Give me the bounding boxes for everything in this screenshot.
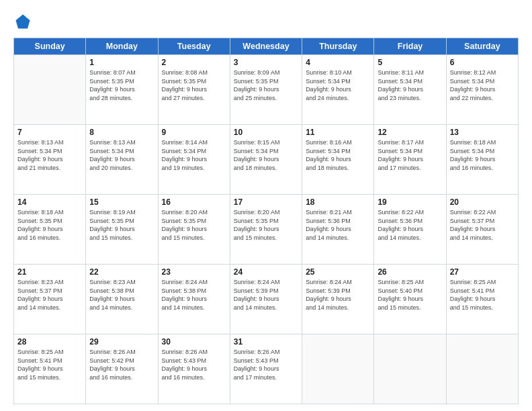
day-number: 6 — [450, 58, 515, 67]
day-info: Sunrise: 8:11 AM Sunset: 5:34 PM Dayligh… — [378, 68, 442, 102]
calendar-cell: 6Sunrise: 8:12 AM Sunset: 5:34 PM Daylig… — [446, 55, 518, 125]
day-info: Sunrise: 8:13 AM Sunset: 5:34 PM Dayligh… — [89, 138, 154, 172]
day-number: 23 — [162, 267, 226, 277]
calendar-cell: 9Sunrise: 8:14 AM Sunset: 5:34 PM Daylig… — [158, 125, 230, 195]
calendar-cell: 11Sunrise: 8:16 AM Sunset: 5:34 PM Dayli… — [302, 125, 374, 195]
calendar-cell: 10Sunrise: 8:15 AM Sunset: 5:34 PM Dayli… — [230, 125, 302, 195]
day-info: Sunrise: 8:15 AM Sunset: 5:34 PM Dayligh… — [234, 138, 298, 172]
calendar-cell: 13Sunrise: 8:18 AM Sunset: 5:34 PM Dayli… — [446, 125, 518, 195]
calendar-cell: 15Sunrise: 8:19 AM Sunset: 5:35 PM Dayli… — [86, 195, 158, 265]
day-info: Sunrise: 8:09 AM Sunset: 5:35 PM Dayligh… — [234, 68, 298, 102]
calendar: SundayMondayTuesdayWednesdayThursdayFrid… — [13, 38, 519, 404]
day-number: 7 — [17, 128, 82, 137]
day-number: 24 — [234, 267, 298, 277]
day-info: Sunrise: 8:26 AM Sunset: 5:42 PM Dayligh… — [89, 348, 154, 381]
day-info: Sunrise: 8:14 AM Sunset: 5:34 PM Dayligh… — [162, 138, 226, 172]
day-info: Sunrise: 8:17 AM Sunset: 5:34 PM Dayligh… — [378, 138, 442, 172]
weekday-header-thursday: Thursday — [302, 38, 374, 55]
calendar-cell: 12Sunrise: 8:17 AM Sunset: 5:34 PM Dayli… — [374, 125, 446, 195]
day-info: Sunrise: 8:07 AM Sunset: 5:35 PM Dayligh… — [89, 68, 154, 102]
calendar-cell: 29Sunrise: 8:26 AM Sunset: 5:42 PM Dayli… — [86, 334, 158, 404]
day-number: 16 — [162, 197, 226, 207]
day-number: 13 — [450, 128, 515, 137]
day-info: Sunrise: 8:16 AM Sunset: 5:34 PM Dayligh… — [306, 138, 370, 172]
calendar-cell: 20Sunrise: 8:22 AM Sunset: 5:37 PM Dayli… — [446, 195, 518, 265]
day-info: Sunrise: 8:21 AM Sunset: 5:36 PM Dayligh… — [306, 208, 370, 242]
day-number: 28 — [17, 337, 82, 347]
calendar-cell — [446, 334, 518, 404]
day-number: 5 — [378, 58, 442, 67]
day-info: Sunrise: 8:22 AM Sunset: 5:36 PM Dayligh… — [378, 208, 442, 242]
calendar-cell: 28Sunrise: 8:25 AM Sunset: 5:41 PM Dayli… — [14, 334, 86, 404]
calendar-cell: 23Sunrise: 8:24 AM Sunset: 5:38 PM Dayli… — [158, 265, 230, 334]
day-number: 30 — [162, 337, 226, 347]
calendar-week-1: 7Sunrise: 8:13 AM Sunset: 5:34 PM Daylig… — [14, 125, 519, 195]
day-info: Sunrise: 8:08 AM Sunset: 5:35 PM Dayligh… — [162, 68, 226, 102]
day-number: 10 — [234, 128, 298, 137]
calendar-cell: 30Sunrise: 8:26 AM Sunset: 5:43 PM Dayli… — [158, 334, 230, 404]
weekday-header-wednesday: Wednesday — [230, 38, 302, 55]
day-info: Sunrise: 8:18 AM Sunset: 5:35 PM Dayligh… — [17, 208, 82, 242]
calendar-cell: 25Sunrise: 8:24 AM Sunset: 5:39 PM Dayli… — [302, 265, 374, 334]
calendar-cell: 19Sunrise: 8:22 AM Sunset: 5:36 PM Dayli… — [374, 195, 446, 265]
day-info: Sunrise: 8:20 AM Sunset: 5:35 PM Dayligh… — [234, 208, 298, 242]
calendar-cell: 22Sunrise: 8:23 AM Sunset: 5:38 PM Dayli… — [86, 265, 158, 334]
svg-marker-0 — [16, 15, 30, 29]
weekday-header-sunday: Sunday — [14, 38, 86, 55]
calendar-cell: 8Sunrise: 8:13 AM Sunset: 5:34 PM Daylig… — [86, 125, 158, 195]
day-number: 21 — [17, 267, 82, 277]
weekday-header-saturday: Saturday — [446, 38, 518, 55]
calendar-cell: 3Sunrise: 8:09 AM Sunset: 5:35 PM Daylig… — [230, 55, 302, 125]
day-info: Sunrise: 8:24 AM Sunset: 5:38 PM Dayligh… — [162, 278, 226, 312]
calendar-cell: 18Sunrise: 8:21 AM Sunset: 5:36 PM Dayli… — [302, 195, 374, 265]
day-number: 2 — [162, 58, 226, 67]
day-number: 22 — [89, 267, 154, 277]
day-number: 1 — [89, 58, 154, 67]
calendar-cell: 1Sunrise: 8:07 AM Sunset: 5:35 PM Daylig… — [86, 55, 158, 125]
calendar-cell: 31Sunrise: 8:26 AM Sunset: 5:43 PM Dayli… — [230, 334, 302, 404]
calendar-cell: 21Sunrise: 8:23 AM Sunset: 5:37 PM Dayli… — [14, 265, 86, 334]
weekday-header-tuesday: Tuesday — [158, 38, 230, 55]
calendar-cell: 2Sunrise: 8:08 AM Sunset: 5:35 PM Daylig… — [158, 55, 230, 125]
calendar-cell: 14Sunrise: 8:18 AM Sunset: 5:35 PM Dayli… — [14, 195, 86, 265]
calendar-cell: 7Sunrise: 8:13 AM Sunset: 5:34 PM Daylig… — [14, 125, 86, 195]
day-info: Sunrise: 8:22 AM Sunset: 5:37 PM Dayligh… — [450, 208, 515, 242]
day-number: 31 — [234, 337, 298, 347]
page: SundayMondayTuesdayWednesdayThursdayFrid… — [0, 0, 532, 411]
day-info: Sunrise: 8:25 AM Sunset: 5:41 PM Dayligh… — [17, 348, 82, 381]
calendar-cell: 16Sunrise: 8:20 AM Sunset: 5:35 PM Dayli… — [158, 195, 230, 265]
calendar-cell: 4Sunrise: 8:10 AM Sunset: 5:34 PM Daylig… — [302, 55, 374, 125]
day-info: Sunrise: 8:24 AM Sunset: 5:39 PM Dayligh… — [306, 278, 370, 312]
day-info: Sunrise: 8:23 AM Sunset: 5:38 PM Dayligh… — [89, 278, 154, 312]
day-number: 29 — [89, 337, 154, 347]
day-number: 11 — [306, 128, 370, 137]
calendar-week-4: 28Sunrise: 8:25 AM Sunset: 5:41 PM Dayli… — [14, 334, 519, 404]
day-number: 12 — [378, 128, 442, 137]
day-number: 9 — [162, 128, 226, 137]
calendar-cell: 26Sunrise: 8:25 AM Sunset: 5:40 PM Dayli… — [374, 265, 446, 334]
calendar-week-0: 1Sunrise: 8:07 AM Sunset: 5:35 PM Daylig… — [14, 55, 519, 125]
day-info: Sunrise: 8:10 AM Sunset: 5:34 PM Dayligh… — [306, 68, 370, 102]
day-info: Sunrise: 8:18 AM Sunset: 5:34 PM Dayligh… — [450, 138, 515, 172]
day-number: 25 — [306, 267, 370, 277]
day-number: 17 — [234, 197, 298, 207]
header — [13, 12, 519, 31]
calendar-cell: 5Sunrise: 8:11 AM Sunset: 5:34 PM Daylig… — [374, 55, 446, 125]
calendar-cell: 24Sunrise: 8:24 AM Sunset: 5:39 PM Dayli… — [230, 265, 302, 334]
day-info: Sunrise: 8:26 AM Sunset: 5:43 PM Dayligh… — [234, 348, 298, 381]
day-number: 4 — [306, 58, 370, 67]
weekday-header-friday: Friday — [374, 38, 446, 55]
logo-icon — [13, 12, 32, 31]
day-number: 18 — [306, 197, 370, 207]
calendar-week-2: 14Sunrise: 8:18 AM Sunset: 5:35 PM Dayli… — [14, 195, 519, 265]
day-info: Sunrise: 8:26 AM Sunset: 5:43 PM Dayligh… — [162, 348, 226, 381]
logo — [13, 12, 35, 31]
day-info: Sunrise: 8:12 AM Sunset: 5:34 PM Dayligh… — [450, 68, 515, 102]
calendar-cell: 27Sunrise: 8:25 AM Sunset: 5:41 PM Dayli… — [446, 265, 518, 334]
day-info: Sunrise: 8:24 AM Sunset: 5:39 PM Dayligh… — [234, 278, 298, 312]
calendar-cell: 17Sunrise: 8:20 AM Sunset: 5:35 PM Dayli… — [230, 195, 302, 265]
calendar-cell — [374, 334, 446, 404]
calendar-table: SundayMondayTuesdayWednesdayThursdayFrid… — [13, 38, 519, 404]
day-info: Sunrise: 8:19 AM Sunset: 5:35 PM Dayligh… — [89, 208, 154, 242]
day-number: 15 — [89, 197, 154, 207]
